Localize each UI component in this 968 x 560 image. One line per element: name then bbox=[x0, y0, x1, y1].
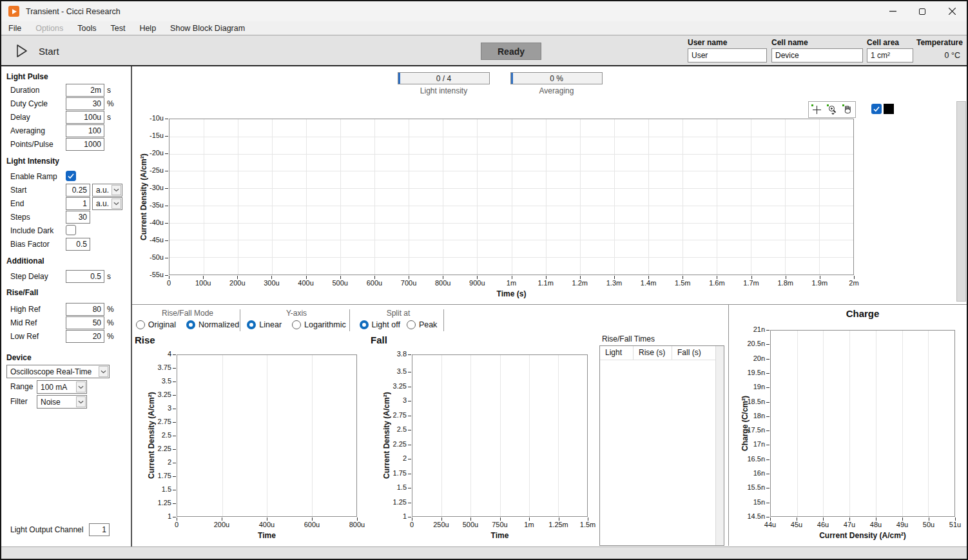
intensity-start-unit-combo[interactable]: a.u. bbox=[92, 184, 122, 197]
field-label: Steps bbox=[10, 213, 30, 222]
xtick-mark bbox=[512, 276, 512, 279]
section-device: Device bbox=[6, 353, 32, 362]
ytick-mark bbox=[766, 373, 770, 374]
menu-test[interactable]: Test bbox=[103, 24, 132, 33]
ytick-mark bbox=[408, 354, 411, 355]
radio-label: Linear bbox=[259, 320, 282, 329]
delay-input[interactable] bbox=[66, 111, 104, 124]
radio-original[interactable]: Original bbox=[136, 320, 176, 329]
field-label: End bbox=[10, 199, 24, 208]
mid-ref-input[interactable] bbox=[66, 316, 104, 329]
ytick-label: -35u bbox=[125, 201, 164, 209]
check-icon bbox=[68, 173, 74, 179]
ytick-mark bbox=[173, 422, 176, 423]
fall-plot-area[interactable] bbox=[412, 354, 588, 517]
group-title: Y-axis bbox=[245, 309, 348, 318]
intensity-end-input[interactable] bbox=[66, 197, 90, 210]
vgrid bbox=[529, 355, 530, 516]
unit-label: % bbox=[107, 318, 114, 327]
menu-show-block-diagram[interactable]: Show Block Diagram bbox=[163, 24, 252, 33]
field-averaging: Averaging bbox=[1, 124, 130, 137]
ytick-label: 3 bbox=[368, 396, 407, 404]
ytick-label: 1 bbox=[368, 512, 407, 520]
vgrid bbox=[340, 119, 341, 275]
xtick-mark bbox=[929, 517, 929, 521]
xtick-mark bbox=[786, 276, 786, 279]
points-pulse-input[interactable] bbox=[66, 138, 104, 151]
user-name-label: User name bbox=[688, 38, 727, 47]
column-header-fall: Fall (s) bbox=[672, 346, 715, 360]
y-axis-mode-group: Y-axis Linear Logarithmic bbox=[245, 309, 348, 329]
vgrid bbox=[500, 355, 501, 516]
ytick-mark bbox=[173, 490, 176, 490]
vgrid bbox=[306, 119, 307, 275]
ytick-mark bbox=[165, 258, 168, 258]
xtick-label: 500u bbox=[321, 279, 360, 287]
minimize-button[interactable] bbox=[878, 1, 907, 21]
field-mid-ref: Mid Ref % bbox=[1, 316, 130, 329]
xtick-mark bbox=[177, 517, 177, 521]
intensity-end-unit-combo[interactable]: a.u. bbox=[92, 197, 122, 210]
ytick-label: 4 bbox=[133, 350, 171, 358]
ytick-mark bbox=[173, 517, 176, 517]
ytick-label: 17.5n bbox=[726, 426, 765, 434]
close-button[interactable] bbox=[937, 1, 967, 21]
cell-name-input[interactable] bbox=[771, 48, 863, 63]
include-dark-checkbox[interactable] bbox=[66, 225, 76, 235]
menu-file[interactable]: File bbox=[1, 24, 28, 33]
step-delay-input[interactable] bbox=[66, 270, 104, 283]
menu-tools[interactable]: Tools bbox=[70, 24, 103, 33]
field-label: High Ref bbox=[10, 305, 41, 314]
xtick-mark bbox=[751, 276, 752, 279]
ytick-label: -50u bbox=[125, 253, 164, 261]
field-label: Filter bbox=[10, 397, 28, 406]
maximize-button[interactable] bbox=[907, 1, 937, 21]
ytick-label: 17n bbox=[726, 440, 765, 448]
xtick-label: 0 bbox=[150, 279, 188, 287]
radio-logarithmic[interactable]: Logarithmic bbox=[292, 320, 346, 329]
combo-value: Oscilloscope Real-Time bbox=[7, 367, 98, 376]
ytick-label: 15.5n bbox=[726, 483, 765, 491]
intensity-start-input[interactable] bbox=[66, 184, 90, 197]
start-button[interactable]: Start bbox=[12, 41, 59, 61]
xtick-label: 1.6m bbox=[697, 279, 736, 287]
duration-input[interactable] bbox=[66, 84, 104, 97]
play-outline-icon bbox=[12, 41, 31, 61]
ytick-mark bbox=[165, 223, 168, 224]
low-ref-input[interactable] bbox=[66, 330, 104, 343]
radio-linear[interactable]: Linear bbox=[247, 320, 282, 329]
device-type-combo[interactable]: Oscilloscope Real-Time bbox=[6, 365, 110, 378]
x-axis-label: Time bbox=[412, 531, 588, 540]
xtick-label: 51u bbox=[936, 521, 968, 528]
xtick-label: 0 bbox=[157, 521, 196, 528]
steps-input[interactable] bbox=[66, 211, 90, 224]
enable-ramp-checkbox[interactable] bbox=[66, 171, 76, 181]
radio-peak[interactable]: Peak bbox=[407, 320, 438, 329]
charge-plot-area[interactable] bbox=[770, 330, 955, 517]
ytick-label: 21n bbox=[726, 325, 765, 333]
xtick-label: 900u bbox=[458, 279, 496, 287]
radio-normalized[interactable]: Normalized bbox=[186, 320, 239, 329]
ytick-label: -40u bbox=[125, 218, 164, 226]
rise-plot-area[interactable] bbox=[177, 354, 357, 517]
ytick-label: 3.5 bbox=[133, 377, 171, 385]
vgrid bbox=[819, 119, 820, 275]
duty-cycle-input[interactable] bbox=[66, 97, 104, 110]
xtick-mark bbox=[271, 276, 272, 279]
main-plot-area[interactable] bbox=[169, 119, 854, 275]
vgrid bbox=[272, 119, 273, 275]
menu-help[interactable]: Help bbox=[132, 24, 163, 33]
unit-label: s bbox=[107, 86, 111, 95]
table-scrollbar[interactable] bbox=[715, 346, 724, 545]
averaging-input[interactable] bbox=[66, 124, 104, 137]
light-output-channel-input[interactable] bbox=[89, 523, 110, 536]
bias-factor-input[interactable] bbox=[66, 238, 90, 251]
column-header-rise: Rise (s) bbox=[634, 346, 672, 360]
high-ref-input[interactable] bbox=[66, 303, 104, 316]
cell-area-input[interactable] bbox=[867, 48, 913, 63]
table-header: Light Rise (s) Fall (s) bbox=[600, 346, 724, 360]
filter-combo[interactable]: Noise bbox=[37, 395, 87, 409]
radio-light-off[interactable]: Light off bbox=[360, 320, 400, 329]
user-name-input[interactable] bbox=[688, 48, 767, 63]
range-combo[interactable]: 100 mA bbox=[37, 380, 87, 394]
